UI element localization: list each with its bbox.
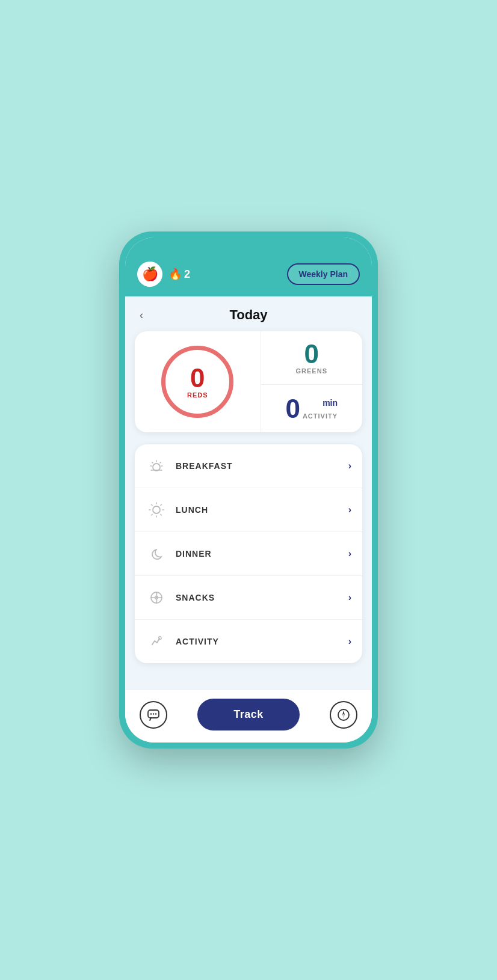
track-button[interactable]: Track <box>197 699 300 730</box>
snacks-icon <box>146 587 167 608</box>
stats-card: 0 REDS 0 GREENS 0 <box>135 331 362 432</box>
reds-label: REDS <box>187 391 208 399</box>
bottom-nav: Track <box>125 690 372 743</box>
notch <box>212 237 285 254</box>
flame-icon: 🔥 <box>168 268 182 281</box>
svg-line-3 <box>160 462 161 464</box>
today-nav: ‹ Today <box>125 296 372 331</box>
greens-section: 0 GREENS <box>261 331 363 385</box>
activity-label-wrap: min ACTIVITY <box>303 398 338 420</box>
greens-label: GREENS <box>296 367 327 375</box>
svg-point-25 <box>155 713 156 714</box>
back-arrow[interactable]: ‹ <box>140 309 143 322</box>
svg-line-13 <box>152 515 153 516</box>
activity-label: ACTIVITY <box>303 412 338 420</box>
svg-point-0 <box>153 464 160 471</box>
meal-item-breakfast[interactable]: BREAKFAST › <box>135 444 362 488</box>
svg-point-23 <box>150 713 152 714</box>
activity-meal-label: ACTIVITY <box>176 637 348 646</box>
reds-section: 0 REDS <box>135 331 261 432</box>
snacks-chevron: › <box>348 592 351 603</box>
activity-chevron: › <box>348 636 351 647</box>
reds-value: 0 <box>190 365 205 391</box>
lunch-label: LUNCH <box>176 505 348 515</box>
streak-count: 2 <box>184 268 190 281</box>
main-content: ‹ Today 0 REDS <box>125 296 372 690</box>
greens-value: 0 <box>304 341 319 367</box>
breakfast-label: BREAKFAST <box>176 461 348 471</box>
svg-line-14 <box>161 515 162 516</box>
dinner-label: DINNER <box>176 549 348 559</box>
streak-container: 🔥 2 <box>168 268 281 281</box>
svg-line-2 <box>152 462 153 464</box>
snacks-label: SNACKS <box>176 593 348 602</box>
activity-icon <box>146 631 167 652</box>
meal-item-dinner[interactable]: DINNER › <box>135 532 362 576</box>
svg-point-7 <box>153 506 160 513</box>
breakfast-chevron: › <box>348 461 351 471</box>
svg-line-10 <box>161 504 162 506</box>
right-stats: 0 GREENS 0 min ACTIVITY <box>261 331 363 432</box>
svg-point-24 <box>153 713 154 714</box>
meal-item-lunch[interactable]: LUNCH › <box>135 488 362 532</box>
dinner-chevron: › <box>348 548 351 559</box>
today-title: Today <box>229 307 267 323</box>
activity-value: 0 <box>285 396 300 422</box>
apple-logo: 🍎 <box>137 262 162 287</box>
lunch-chevron: › <box>348 504 351 515</box>
meal-item-activity[interactable]: ACTIVITY › <box>135 620 362 663</box>
reds-circle: 0 REDS <box>161 346 233 418</box>
activity-min: min <box>323 398 338 412</box>
dinner-icon <box>146 543 167 565</box>
breakfast-icon <box>146 455 167 477</box>
meal-list: BREAKFAST › <box>135 444 362 663</box>
meal-item-snacks[interactable]: SNACKS › <box>135 576 362 620</box>
svg-line-9 <box>152 504 153 506</box>
weekly-plan-button[interactable]: Weekly Plan <box>287 263 360 285</box>
phone-screen: 🍎 🔥 2 Weekly Plan ‹ Today <box>125 237 372 743</box>
lunch-icon <box>146 499 167 521</box>
phone-frame: 🍎 🔥 2 Weekly Plan ‹ Today <box>119 231 378 749</box>
compass-button[interactable] <box>330 701 357 729</box>
stats-top-row: 0 REDS 0 GREENS 0 <box>135 331 362 432</box>
activity-stats-section: 0 min ACTIVITY <box>261 385 363 432</box>
chat-button[interactable] <box>140 701 167 729</box>
